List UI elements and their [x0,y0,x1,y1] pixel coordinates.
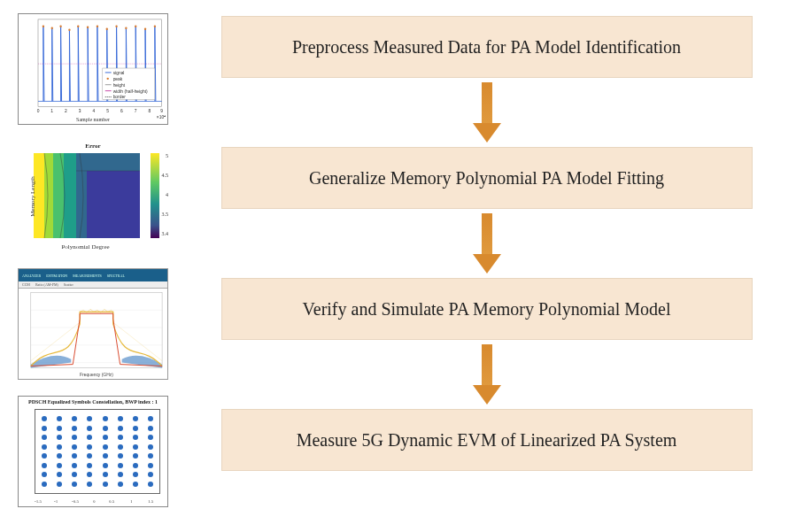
constellation-point [42,463,47,468]
svg-rect-35 [64,153,76,238]
constellation-point [118,416,123,421]
constellation-point [103,426,108,431]
svg-text:9: 9 [160,109,163,113]
svg-text:8: 8 [149,109,151,113]
xt-5: 1 [130,499,133,504]
thumbnail-column: signal peak height width (half-height) b… [18,9,168,523]
svg-point-11 [115,26,117,27]
constellation-point [133,444,138,450]
spectrum-toolbar: ANALYZER ESTIMATION MEASUREMENTS SPECTRA… [19,269,167,281]
svg-point-9 [97,26,98,27]
thumb-heatmap: Error 5 4.5 [18,141,168,252]
svg-point-6 [68,29,70,31]
constellation-point [42,444,47,450]
constellation-point [72,426,77,431]
constellation-point [118,482,123,487]
constellation-point [148,482,153,487]
xt-3: 0 [93,499,96,504]
svg-rect-34 [53,153,64,238]
constellation-point [118,426,123,431]
constellation-point [103,416,108,421]
flow-step-3-text: Verify and Simulate PA Memory Polynomial… [303,299,671,320]
svg-rect-33 [44,153,53,238]
svg-rect-37 [87,171,140,238]
xt-0: -1.5 [35,499,42,504]
constellation-point [72,435,77,440]
tab-1: Ratio (AM-PM) [35,282,58,287]
constellation-point [103,444,108,450]
constellation-point [148,472,153,477]
constellation-point [42,435,47,440]
diagram-container: signal peak height width (half-height) b… [0,0,796,532]
constellation-point [42,416,47,421]
svg-text:4: 4 [93,109,96,113]
constellation-point [133,472,138,477]
svg-point-4 [51,27,53,29]
constellation-point [42,482,47,487]
constellation-point [148,426,153,431]
cbar-tick-2: 4 [166,192,168,197]
constellation-point [133,463,138,468]
constellation-point [57,472,62,477]
heatmap-plot [34,153,140,238]
xt-4: 0.5 [109,499,114,504]
cbar-tick-4: 3.4 [162,231,169,236]
legend-width: width (half-height) [113,89,148,94]
constellation-point [72,416,77,421]
xt-2: -0.5 [72,499,79,504]
flow-step-2-text: Generalize Memory Polynomial PA Model Fi… [309,168,664,189]
svg-point-13 [135,26,136,27]
tab-0: CCM [22,282,30,287]
constellation-point [72,482,77,487]
tb-1: ESTIMATION [46,274,67,278]
svg-point-12 [125,27,127,29]
legend-border: border [113,95,127,99]
thumb2-ylabel: Memory Length [29,176,36,217]
tab-2: Scatter [64,282,73,287]
constellation-point [103,472,108,477]
svg-text:5: 5 [106,109,109,113]
flow-step-1-text: Preprocess Measured Data for PA Model Id… [292,37,681,58]
constellation-point [72,472,77,477]
legend-signal: signal [113,71,125,75]
svg-point-5 [59,26,61,27]
svg-text:3: 3 [79,109,81,113]
constellation-point [57,444,62,450]
svg-point-15 [154,26,156,27]
constellation-point [148,463,153,468]
constellation-point [57,453,62,459]
legend-height: height [113,83,126,88]
constellation-point [133,416,138,421]
constellation-point [57,482,62,487]
flow-column: Preprocess Measured Data for PA Model Id… [195,9,778,523]
constellation-point [87,463,92,468]
cbar-tick-0: 5 [166,153,168,158]
constellation-point [103,482,108,487]
thumb-waveform: signal peak height width (half-height) b… [18,13,168,125]
arrow-2 [477,209,497,278]
svg-text:6: 6 [120,109,123,113]
thumb4-title: PDSCH Equalized Symbols Constellation, B… [28,399,158,405]
xt-1: -1 [54,499,58,504]
flow-step-3: Verify and Simulate PA Memory Polynomial… [221,278,753,340]
constellation-point [57,463,62,468]
constellation-point [118,463,123,468]
svg-point-10 [106,28,108,30]
tb-3: SPECTRAL [107,274,125,278]
constellation-point [87,435,92,440]
constellation-point [42,472,47,477]
constellation-point [72,463,77,468]
constellation-point [87,482,92,487]
constellation-point [87,426,92,431]
constellation-point [42,453,47,459]
waveform-plot: signal peak height width (half-height) b… [19,14,167,124]
constellation-point [118,435,123,440]
constellation-point [72,453,77,459]
constellation-point [103,463,108,468]
spectrum-tabs: CCM Ratio (AM-PM) Scatter [19,281,167,289]
svg-point-3 [43,26,44,27]
constellation-point [148,416,153,421]
constellation-point [133,435,138,440]
constellation-point [42,426,47,431]
flow-step-4: Measure 5G Dynamic EVM of Linearized PA … [221,409,753,471]
